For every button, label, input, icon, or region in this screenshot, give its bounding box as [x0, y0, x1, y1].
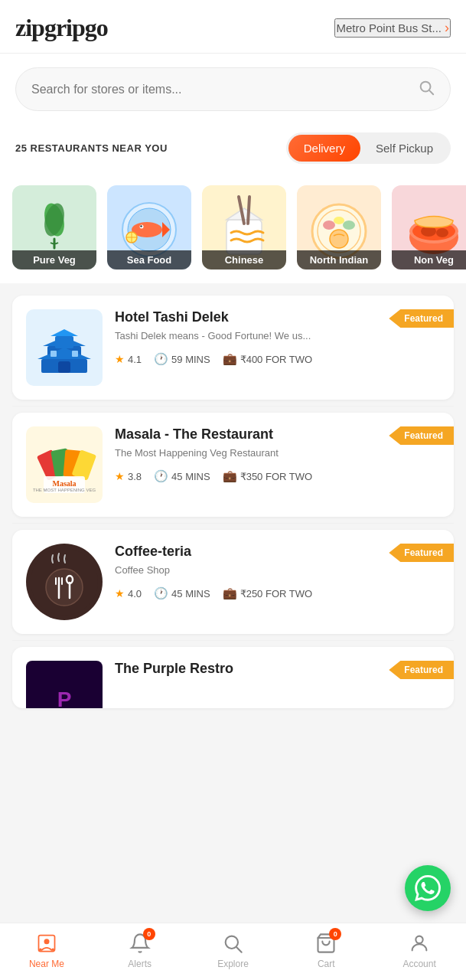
restaurant-logo-hotel-tashi-delek — [26, 309, 103, 386]
svg-line-1 — [429, 90, 433, 94]
svg-point-57 — [39, 948, 42, 951]
svg-point-22 — [334, 217, 344, 224]
star-icon: ★ — [115, 470, 125, 482]
cart-icon-wrap: 0 — [314, 931, 338, 956]
rating-coffeeteria: ★ 4.0 — [115, 587, 142, 599]
restaurant-desc-coffeeteria: Coffee Shop — [115, 564, 442, 577]
nav-near-me-label: Near Me — [29, 959, 64, 969]
cart-badge: 0 — [329, 928, 341, 940]
svg-marker-33 — [43, 337, 86, 346]
wallet-icon: 💼 — [223, 586, 237, 600]
category-north-indian-label: North Indian — [297, 250, 381, 270]
featured-badge-purple-restro: Featured — [389, 661, 454, 679]
divider-2 — [12, 523, 454, 524]
self-pickup-button[interactable]: Self Pickup — [360, 135, 448, 162]
delivery-toggle: Delivery Self Pickup — [286, 132, 451, 164]
category-scroll: Pure Veg Sea Food — [0, 178, 466, 283]
restaurant-desc-masala: The Most Happening Veg Restaurant — [115, 446, 442, 460]
svg-point-23 — [330, 230, 348, 248]
svg-point-3 — [41, 201, 68, 239]
category-north-indian[interactable]: North Indian — [297, 185, 381, 270]
search-input[interactable] — [31, 83, 410, 96]
star-icon: ★ — [115, 587, 125, 599]
nav-near-me[interactable]: Near Me — [20, 931, 73, 969]
svg-point-56 — [44, 939, 49, 944]
chevron-right-icon: › — [445, 20, 449, 36]
svg-rect-37 — [72, 351, 78, 357]
nav-cart[interactable]: 0 Cart — [299, 931, 353, 969]
category-chinese-label: Chinese — [202, 250, 286, 270]
category-pure-veg-label: Pure Veg — [12, 250, 96, 270]
restaurant-logo-masala: Masala THE MOST HAPPENING VEG — [26, 426, 103, 503]
nav-account-label: Account — [402, 959, 435, 969]
category-chinese[interactable]: Chinese — [202, 185, 286, 270]
svg-text:P: P — [57, 688, 72, 708]
restaurant-logo-purple-restro: P — [26, 661, 103, 708]
price-masala: 💼 ₹350 FOR TWO — [223, 469, 312, 483]
location-text: Metro Point Bus St... — [336, 21, 442, 34]
nav-alerts-label: Alerts — [128, 959, 152, 969]
search-icon — [418, 79, 435, 100]
wallet-icon: 💼 — [223, 352, 237, 366]
category-sea-food[interactable]: Sea Food — [107, 185, 191, 270]
page-bottom-spacer — [0, 720, 466, 782]
category-non-veg-label: Non Veg — [392, 250, 466, 270]
wallet-icon: 💼 — [223, 469, 237, 483]
price-hotel-tashi-delek: 💼 ₹400 FOR TWO — [223, 352, 312, 366]
svg-point-46 — [46, 569, 83, 606]
category-sea-food-label: Sea Food — [107, 250, 191, 270]
svg-text:THE MOST HAPPENING VEG: THE MOST HAPPENING VEG — [33, 488, 96, 492]
svg-marker-34 — [51, 329, 78, 336]
category-pure-veg[interactable]: Pure Veg — [12, 185, 96, 270]
location-button[interactable]: Metro Point Bus St... › — [334, 18, 451, 38]
restaurant-desc-hotel-tashi-delek: Tashi Delek means - Good Fortune! We us.… — [115, 329, 442, 343]
restaurant-meta-hotel-tashi-delek: ★ 4.1 🕐 59 MINS 💼 ₹400 FOR TWO — [115, 352, 442, 366]
restaurant-logo-coffeeteria — [26, 544, 103, 620]
rating-hotel-tashi-delek: ★ 4.1 — [115, 353, 142, 365]
search-container — [0, 54, 466, 125]
time-masala: 🕐 45 MINS — [154, 469, 210, 483]
nav-account[interactable]: Account — [393, 931, 446, 969]
featured-badge-coffeeteria: Featured — [389, 544, 454, 562]
restaurant-card-purple-restro[interactable]: P The Purple Restro Featured — [12, 647, 454, 708]
whatsapp-fab[interactable] — [405, 865, 451, 911]
restaurant-card-masala[interactable]: Masala THE MOST HAPPENING VEG Masala - T… — [12, 413, 454, 517]
svg-point-28 — [436, 228, 448, 237]
restaurant-list: Hotel Tashi Delek Tashi Delek means - Go… — [0, 283, 466, 720]
svg-rect-35 — [58, 361, 70, 373]
svg-point-20 — [323, 220, 335, 230]
nav-explore[interactable]: Explore — [206, 931, 259, 969]
clock-icon: 🕐 — [154, 352, 168, 366]
nav-alerts[interactable]: 0 Alerts — [113, 931, 167, 969]
near-me-icon-wrap — [34, 931, 59, 956]
time-coffeeteria: 🕐 45 MINS — [154, 586, 210, 600]
svg-point-10 — [140, 225, 142, 227]
account-icon-wrap — [407, 931, 432, 956]
clock-icon: 🕐 — [154, 586, 168, 600]
divider-3 — [12, 640, 454, 641]
restaurant-meta-coffeeteria: ★ 4.0 🕐 45 MINS 💼 ₹250 FOR TWO — [115, 586, 442, 600]
featured-badge-masala: Featured — [389, 426, 454, 445]
time-hotel-tashi-delek: 🕐 59 MINS — [154, 352, 210, 366]
restaurant-card-hotel-tashi-delek[interactable]: Hotel Tashi Delek Tashi Delek means - Go… — [12, 296, 454, 400]
svg-point-21 — [343, 220, 355, 230]
restaurant-meta-masala: ★ 3.8 🕐 45 MINS 💼 ₹350 FOR TWO — [115, 469, 442, 483]
clock-icon: 🕐 — [154, 469, 168, 483]
price-coffeeteria: 💼 ₹250 FOR TWO — [223, 586, 312, 600]
alerts-badge: 0 — [143, 928, 155, 940]
svg-point-62 — [415, 936, 422, 943]
restaurants-count: 25 RESTAURANTS NEAR YOU — [15, 142, 168, 154]
svg-marker-32 — [37, 348, 91, 359]
nav-explore-label: Explore — [217, 959, 249, 969]
svg-text:Masala: Masala — [52, 479, 76, 488]
delivery-button[interactable]: Delivery — [288, 135, 360, 162]
app-header: zipgripgo Metro Point Bus St... › — [0, 0, 466, 54]
app-logo: zipgripgo — [15, 14, 108, 42]
featured-badge-hotel-tashi-delek: Featured — [389, 309, 454, 328]
category-non-veg[interactable]: Non Veg — [392, 185, 466, 270]
explore-icon-wrap — [220, 931, 245, 956]
restaurant-card-coffeeteria[interactable]: Coffee-teria Coffee Shop ★ 4.0 🕐 45 MINS… — [12, 530, 454, 634]
nav-cart-label: Cart — [318, 959, 335, 969]
svg-point-58 — [51, 948, 54, 951]
divider-1 — [12, 406, 454, 407]
